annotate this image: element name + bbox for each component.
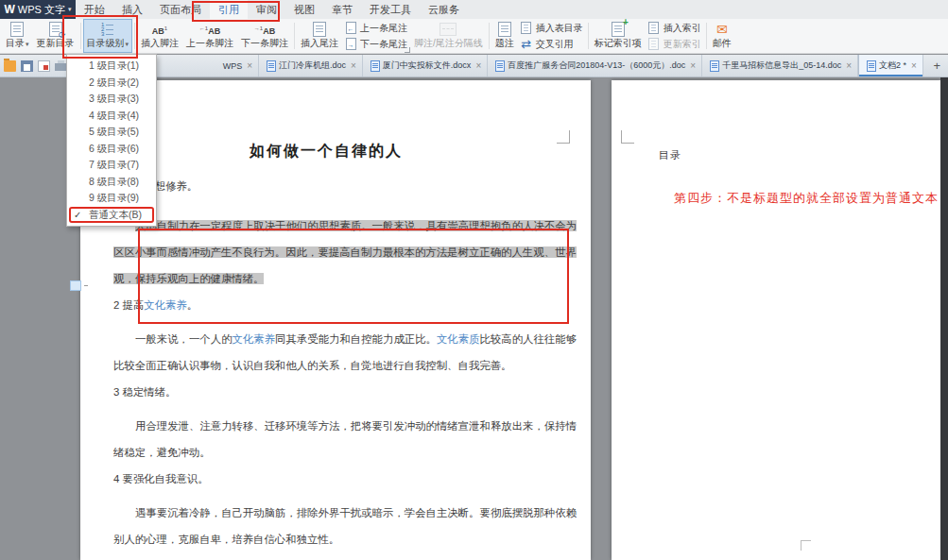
ribbon-button-题注[interactable]: 题注	[491, 19, 518, 53]
dropdown-item-5 级目录(5)[interactable]: 5 级目录(5)	[67, 124, 156, 141]
new-tab-button[interactable]: +	[925, 55, 948, 76]
document-icon	[267, 60, 276, 72]
window-edge	[940, 77, 948, 560]
ribbon-group: 题注插入表目录⇄交叉引用	[491, 19, 586, 53]
ribbon-button-邮件[interactable]: ✉邮件	[709, 19, 735, 53]
ribbon-stack: 插入索引更新索引	[646, 19, 704, 53]
dropdown-item-8 级目录(8)[interactable]: 8 级目录(8)	[67, 174, 156, 191]
ribbon: 目录▾⟳更新目录123目录级别▾AB1插入脚注←1AB上一条脚注→1AB下一条脚…	[0, 19, 948, 54]
close-tab-icon[interactable]: ×	[911, 60, 917, 71]
ribbon-button-插入脚注[interactable]: AB1插入脚注	[137, 19, 182, 53]
ribbon-button-label: 交叉引用	[536, 38, 574, 51]
menu-tab-章节[interactable]: 章节	[323, 0, 361, 19]
document-tab[interactable]: 百度推广服务合同201804-V13-（6000元）.doc×	[488, 55, 702, 76]
doc-line-text: 3 稳定情绪。	[113, 386, 176, 398]
doc-line-text: 遇事要沉着冷静，自己开动脑筋，排除外界干扰或暗示，学会自主决断。要彻底摆脱那种依…	[135, 507, 577, 518]
ribbon-button-label: 目录▾	[6, 38, 29, 49]
doc-line: 遇事要沉着冷静，自己开动脑筋，排除外界干扰或暗示，学会自主决断。要彻底摆脱那种依…	[113, 500, 569, 526]
ribbon-button-下一条脚注[interactable]: →1AB下一条脚注	[237, 19, 292, 53]
ribbon-button-label: 插入表目录	[536, 22, 583, 35]
ribbon-group-separator	[489, 23, 490, 49]
dropdown-item-2 级目录(2)[interactable]: 2 级目录(2)	[67, 75, 156, 92]
doc-line: 3 稳定情绪。	[113, 379, 569, 405]
app-name: WPS 文字	[18, 3, 65, 17]
document-tab[interactable]: 厦门中实投标文件.docx×	[363, 55, 488, 76]
ribbon-group: +标记索引项插入索引更新索引	[591, 19, 704, 53]
toc-heading: 目录	[659, 148, 681, 162]
ribbon-button-上一条脚注[interactable]: ←1AB上一条脚注	[182, 19, 237, 53]
ribbon-button-插入表目录[interactable]: 插入表目录	[521, 22, 583, 35]
ribbon-group-separator	[588, 23, 589, 49]
ribbon-button-label: 插入索引	[664, 22, 701, 35]
close-tab-icon[interactable]: ×	[690, 60, 696, 71]
document-icon	[867, 60, 876, 72]
ribbon-button-下一条尾注[interactable]: →下一条尾注	[345, 38, 407, 51]
close-tab-icon[interactable]: ×	[351, 60, 356, 71]
close-tab-icon[interactable]: ×	[247, 60, 252, 71]
chevron-down-icon: ▾	[68, 6, 72, 13]
hyperlink-text[interactable]: 文化素养	[233, 333, 276, 345]
document-tab-label: 百度推广服务合同201804-V13-（6000元）.doc	[508, 59, 685, 72]
close-tab-icon[interactable]: ×	[846, 60, 852, 71]
doc-line: 比较全面正确认识事物，认识自我和他人的关系，自觉地进行自我控制、自我完善。	[113, 352, 569, 379]
doc-line: 4 要强化自我意识。	[113, 466, 569, 492]
document-tab[interactable]: 千里马招标信息导出_05-14.doc×	[702, 55, 858, 76]
ribbon-button-label: 下一条尾注	[360, 38, 407, 51]
ribbon-button-插入索引[interactable]: 插入索引	[648, 22, 701, 35]
ribbon-group: AB1插入脚注←1AB上一条脚注→1AB下一条脚注	[137, 19, 292, 53]
menu-tab-视图[interactable]: 视图	[285, 0, 323, 19]
wps-logo-icon: W	[5, 3, 15, 16]
ribbon-button-上一条尾注[interactable]: ←上一条尾注	[345, 22, 407, 35]
ribbon-button-更新索引[interactable]: 更新索引	[648, 38, 701, 51]
document-tab-label: 文档2 *	[879, 59, 906, 72]
dialog-launcher-icon[interactable]	[405, 47, 410, 53]
toc-icon	[10, 22, 24, 37]
mark-index-entry-icon: +	[612, 22, 625, 37]
document-icon	[495, 60, 505, 72]
annotation-box-selected-paragraph	[138, 229, 569, 324]
ribbon-button-label: 上一条尾注	[360, 22, 407, 35]
document-tab[interactable]: 文档2 *×	[858, 55, 923, 76]
annotation-ring	[69, 207, 154, 224]
ribbon-button-label: 更新索引	[664, 38, 701, 51]
document-tab[interactable]: 江门冷库机组.doc×	[259, 55, 363, 76]
close-tab-icon[interactable]: ×	[475, 60, 481, 71]
doc-text: 绪稳定，避免冲动。	[113, 447, 211, 458]
save-icon[interactable]	[21, 60, 33, 72]
hyperlink-text[interactable]: 文化素质	[437, 333, 480, 345]
annotation-box-toc-level-button	[62, 15, 138, 59]
ribbon-button-label: 下一条脚注	[241, 38, 288, 48]
doc-line-text: 别人的心理，克服自卑，培养自信心和独立性。	[113, 534, 339, 545]
ribbon-button-脚注/尾注分隔线[interactable]: 脚注/尾注分隔线	[410, 19, 487, 53]
next-endnote-icon: →	[345, 38, 356, 50]
document-icon	[371, 60, 380, 72]
doc-text: 别人的心理，克服自卑，培养自信心和独立性。	[113, 534, 339, 545]
ribbon-button-label: 上一条脚注	[186, 38, 233, 48]
dropdown-item-普通文本(B)[interactable]: ✓普通文本(B)	[67, 207, 156, 224]
document-tab-label: 江门冷库机组.doc	[279, 59, 346, 72]
menu-tab-云服务[interactable]: 云服务	[420, 0, 468, 19]
ribbon-button-插入尾注[interactable]: 插入尾注	[297, 19, 342, 53]
doc-line-text: 4 要强化自我意识。	[113, 473, 209, 484]
ribbon-button-交叉引用[interactable]: ⇄交叉引用	[521, 38, 583, 51]
ribbon-group-separator	[294, 23, 295, 49]
table-of-figures-icon	[521, 22, 532, 34]
toc-level-margin-marker[interactable]	[70, 280, 81, 291]
dropdown-item-6 级目录(6)[interactable]: 6 级目录(6)	[67, 141, 156, 158]
doc-line: 绪稳定，避免冲动。	[113, 439, 569, 466]
ribbon-button-标记索引项[interactable]: +标记索引项	[591, 19, 646, 53]
dropdown-item-7 级目录(7)[interactable]: 7 级目录(7)	[67, 157, 156, 174]
dropdown-item-1 级目录(1)[interactable]: 1 级目录(1)	[67, 58, 156, 75]
dropdown-item-3 级目录(3)[interactable]: 3 级目录(3)	[67, 91, 156, 108]
doc-text: 比较高的人往往能够	[480, 333, 577, 345]
mail-icon: ✉	[716, 22, 728, 37]
doc-line-text: 用合理发泄、注意力转移、迁移环境等方法，把将要引发冲动的情绪宣泄和释放出来，保持…	[135, 420, 577, 432]
export-pdf-icon[interactable]	[38, 60, 50, 72]
toc-page[interactable]: 目录 第四步：不是标题型的就全部设置为普通文本	[612, 80, 940, 560]
ribbon-button-目录[interactable]: 目录▾	[2, 19, 33, 53]
insert-endnote-icon	[313, 22, 326, 37]
dropdown-item-4 级目录(4)[interactable]: 4 级目录(4)	[67, 108, 156, 125]
dropdown-item-9 级目录(9)[interactable]: 9 级目录(9)	[67, 190, 156, 207]
menu-tab-开发工具[interactable]: 开发工具	[361, 0, 420, 19]
open-folder-icon[interactable]	[4, 60, 16, 72]
